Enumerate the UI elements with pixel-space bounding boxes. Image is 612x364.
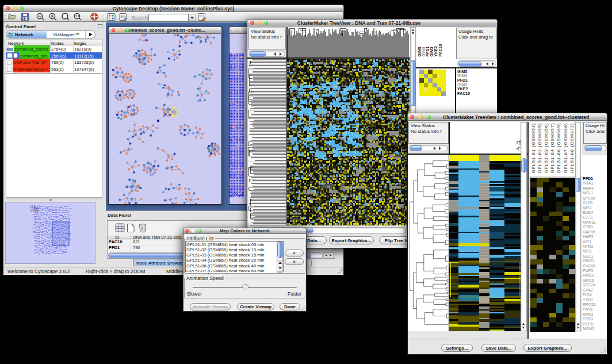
- svg-text:CPA2: CPA2: [583, 288, 593, 292]
- svg-text:MSI1: MSI1: [583, 249, 592, 253]
- svg-text:GPI16: GPI16: [583, 278, 594, 282]
- svg-text:HMG1: HMG1: [583, 259, 594, 263]
- svg-text:1:1: 1:1: [75, 14, 79, 18]
- svg-text:YSH1: YSH1: [583, 298, 593, 302]
- svg-text:TCB3: TCB3: [583, 317, 593, 321]
- svg-text:GIM3: GIM3: [430, 47, 434, 56]
- svg-text:ELG1: ELG1: [583, 215, 593, 219]
- svg-text:GPL51-01 (GSM854): GPL51-01 (GSM854): [531, 122, 536, 173]
- svg-text:SEC1: SEC1: [583, 254, 593, 258]
- svg-text:BUD4: BUD4: [583, 210, 594, 214]
- svg-text:HRD3: HRD3: [583, 273, 594, 277]
- svg-text:GPL51-02 (GSM855): GPL51-02 (GSM855): [537, 122, 542, 173]
- svg-text:PAN1: PAN1: [583, 307, 593, 311]
- svg-text:GPL51-03 (GSM856): GPL51-03 (GSM856): [544, 122, 549, 173]
- svg-text:PFD1: PFD1: [426, 47, 430, 57]
- svg-text:GPL51-06 (GSM865): GPL51-06 (GSM865): [556, 122, 561, 173]
- svg-text:RNR4: RNR4: [583, 186, 594, 190]
- svg-text:HAP3: HAP3: [583, 235, 593, 239]
- svg-text:RPO21: RPO21: [583, 302, 596, 306]
- svg-text:PAC10: PAC10: [438, 44, 442, 56]
- svg-text:VIP1: VIP1: [583, 240, 591, 244]
- svg-text:MSL1: MSL1: [583, 191, 593, 195]
- svg-text:PEP5: PEP5: [583, 322, 593, 326]
- svg-text:SEC24: SEC24: [583, 283, 595, 287]
- svg-text:PHO81: PHO81: [583, 264, 596, 268]
- svg-text:KAP95: KAP95: [583, 230, 595, 234]
- svg-text:CLN1: CLN1: [583, 201, 593, 205]
- svg-text:GTB1: GTB1: [583, 225, 593, 229]
- svg-text:FIG4: FIG4: [583, 293, 592, 297]
- svg-text:SPC98: SPC98: [583, 196, 595, 200]
- svg-text:NIS1: NIS1: [583, 206, 592, 210]
- svg-text:GPL51-07 (GSM868): GPL51-07 (GSM868): [563, 122, 568, 173]
- svg-text:YKE2: YKE2: [434, 46, 438, 56]
- svg-text:GIM4: GIM4: [422, 47, 426, 56]
- svg-text:NTR2: NTR2: [583, 244, 593, 248]
- svg-text:GIM5: GIM5: [418, 47, 422, 56]
- svg-text:PFD1: PFD1: [583, 177, 593, 181]
- svg-text:MAK31: MAK31: [583, 220, 596, 224]
- svg-text:YRA1: YRA1: [583, 181, 593, 185]
- svg-text:MON2: MON2: [583, 327, 594, 331]
- svg-text:RPN1: RPN1: [583, 312, 594, 316]
- svg-text:GPL51-08 (GSM872): GPL51-08 (GSM872): [569, 122, 575, 173]
- svg-text:PUF3: PUF3: [583, 269, 593, 273]
- svg-text:GPL51-04 (GSM857): GPL51-04 (GSM857): [550, 122, 555, 173]
